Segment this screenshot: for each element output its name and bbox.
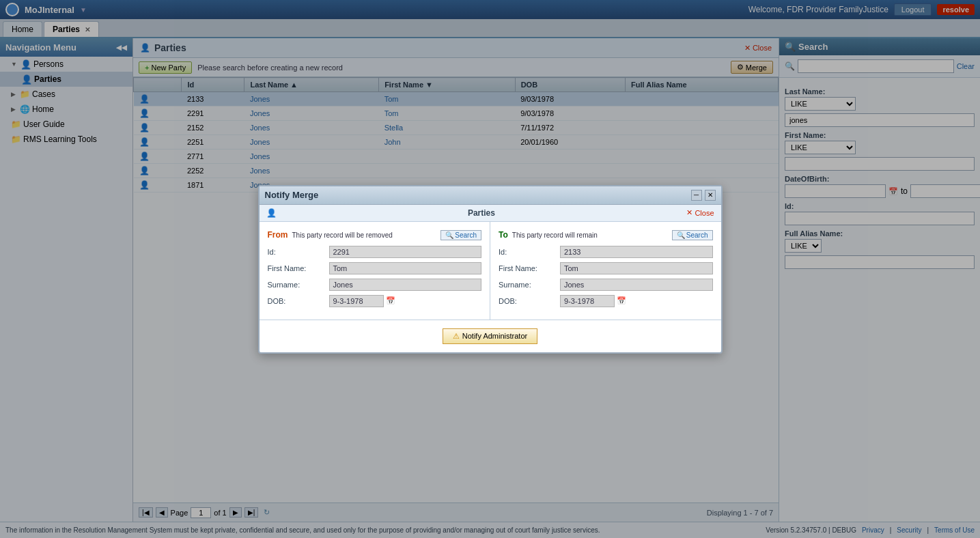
to-search-icon: 🔍 — [677, 231, 685, 239]
to-header: To This party record will remain 🔍 Searc… — [499, 230, 713, 240]
to-dob-value: 9-3-1978 — [560, 295, 615, 307]
modal-subtitle: Parties — [468, 208, 495, 218]
to-id-value: 2133 — [560, 246, 713, 258]
to-dob-label: DOB: — [499, 297, 560, 305]
from-id-row: Id: 2291 — [268, 246, 482, 258]
from-firstname-label: First Name: — [268, 264, 329, 272]
to-id-row: Id: 2133 — [499, 246, 713, 258]
to-firstname-row: First Name: Tom — [499, 262, 713, 274]
from-dob-label: DOB: — [268, 297, 329, 305]
to-surname-row: Surname: Jones — [499, 279, 713, 291]
from-dob-row: DOB: 9-3-1978 📅 — [268, 295, 482, 307]
modal-titlebar: Notify Merge ─ ✕ — [260, 186, 721, 205]
modal-overlay: Notify Merge ─ ✕ 👤 Parties ✕ Close From — [0, 0, 980, 538]
to-label: To — [499, 230, 508, 240]
modal-title: Notify Merge — [265, 190, 319, 200]
from-desc: This party record will be removed — [292, 231, 393, 239]
modal-close-button[interactable]: ✕ Close — [686, 208, 714, 217]
modal-columns: From This party record will be removed 🔍… — [260, 222, 721, 320]
from-surname-value: Jones — [329, 279, 482, 291]
modal-footer: ⚠ Notify Administrator — [260, 320, 721, 352]
from-firstname-value: Tom — [329, 262, 482, 274]
from-search-icon: 🔍 — [445, 231, 453, 239]
modal-subtitle-icon: 👤 — [266, 208, 277, 218]
from-dob-calendar-icon[interactable]: 📅 — [386, 296, 395, 305]
modal-close-icon: ✕ — [686, 208, 692, 217]
from-dob-value: 9-3-1978 — [329, 295, 384, 307]
to-dob-row: DOB: 9-3-1978 📅 — [499, 295, 713, 307]
to-search-button[interactable]: 🔍 Search — [672, 230, 713, 240]
notify-merge-modal: Notify Merge ─ ✕ 👤 Parties ✕ Close From — [258, 185, 723, 354]
modal-to-column: To This party record will remain 🔍 Searc… — [490, 222, 721, 320]
to-firstname-value: Tom — [560, 262, 713, 274]
modal-body: 👤 Parties ✕ Close From This party record… — [260, 205, 721, 352]
modal-from-column: From This party record will be removed 🔍… — [260, 222, 491, 320]
to-firstname-label: First Name: — [499, 264, 560, 272]
from-search-button[interactable]: 🔍 Search — [440, 230, 481, 240]
modal-minimize-button[interactable]: ─ — [691, 190, 702, 201]
to-surname-label: Surname: — [499, 281, 560, 289]
modal-close-x-button[interactable]: ✕ — [705, 190, 716, 201]
from-header: From This party record will be removed 🔍… — [268, 230, 482, 240]
from-label: From — [268, 230, 288, 240]
to-surname-value: Jones — [560, 279, 713, 291]
modal-subheader: 👤 Parties ✕ Close — [260, 205, 721, 222]
to-dob-calendar-icon[interactable]: 📅 — [617, 296, 626, 305]
to-desc: This party record will remain — [512, 231, 598, 239]
from-id-label: Id: — [268, 248, 329, 256]
from-id-value: 2291 — [329, 246, 482, 258]
modal-controls: ─ ✕ — [691, 190, 716, 201]
notify-administrator-button[interactable]: ⚠ Notify Administrator — [443, 328, 537, 344]
to-id-label: Id: — [499, 248, 560, 256]
warning-icon: ⚠ — [453, 332, 460, 341]
from-surname-row: Surname: Jones — [268, 279, 482, 291]
from-firstname-row: First Name: Tom — [268, 262, 482, 274]
from-surname-label: Surname: — [268, 281, 329, 289]
